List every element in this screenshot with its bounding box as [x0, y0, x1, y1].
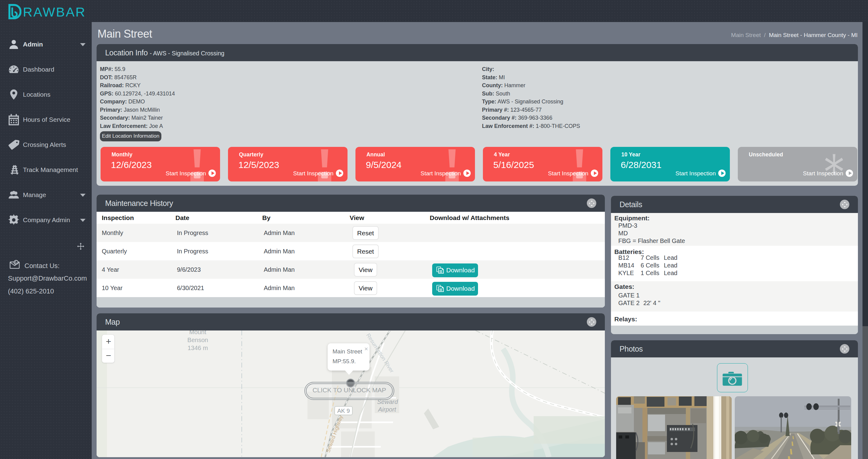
svg-text:Airport: Airport	[378, 406, 396, 413]
svg-text:1346 m: 1346 m	[188, 345, 208, 351]
svg-text:Mount: Mount	[189, 331, 206, 335]
svg-text:Benson: Benson	[187, 337, 208, 343]
svg-text:AK 9: AK 9	[337, 408, 350, 414]
